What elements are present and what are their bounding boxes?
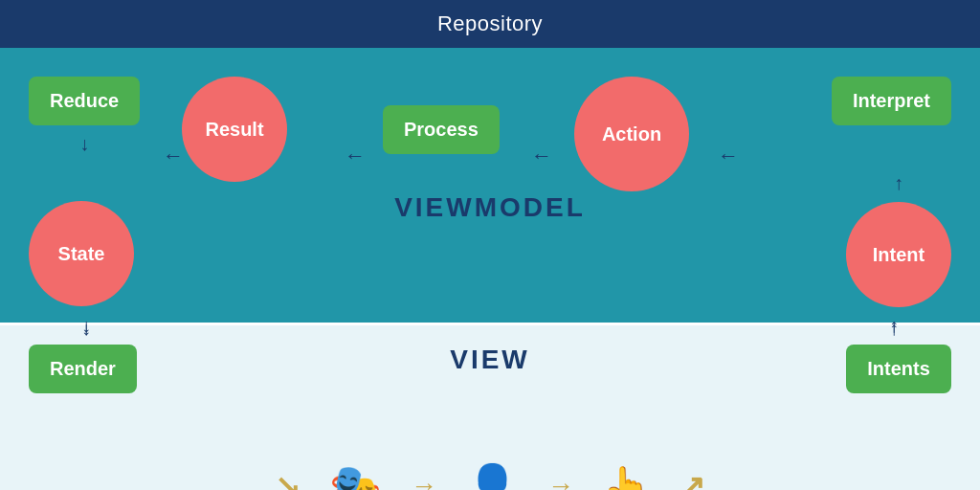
intent-col: ↑ Intent <box>846 172 951 307</box>
right-arrow-2: → <box>547 471 574 490</box>
action-col: Action <box>574 77 689 191</box>
state-circle: State <box>29 201 134 306</box>
view-label: VIEW <box>450 345 530 375</box>
view-section: ↓ ↑ VIEW Render Intents ↘ 🎭 → 👤 → 👆 ↗ <box>0 325 980 490</box>
state-col: State <box>29 201 134 306</box>
result-col: Result <box>182 77 287 182</box>
render-box: Render <box>29 345 137 393</box>
arrow-action-interpret: ← <box>718 144 739 168</box>
intent-up-arrow: ↑ <box>894 172 903 194</box>
reduce-col: Reduce ↓ <box>29 77 140 155</box>
repository-label: Repository <box>437 11 543 35</box>
up-from-view-arrow: ↑ <box>889 318 899 340</box>
hand-icon: 👆 <box>603 464 651 491</box>
intent-circle: Intent <box>846 202 951 307</box>
render-green-box: Render <box>29 345 137 393</box>
view-icons-row: ↘ 🎭 → 👤 → 👆 ↗ <box>0 461 980 490</box>
reduce-down-arrow: ↓ <box>79 133 89 155</box>
process-box: Process <box>383 105 500 154</box>
process-col: Process <box>383 105 500 154</box>
interpret-box: Interpret <box>832 77 951 125</box>
diagonal-down-right-arrow: ↘ <box>275 468 301 490</box>
arrow-result-process: ← <box>345 144 366 168</box>
arrow-process-action: ← <box>531 144 552 168</box>
viewmodel-label: VIEWMODEL <box>394 191 586 222</box>
interpret-col: Interpret <box>832 77 951 125</box>
viewmodel-section: ↓ ↑ Reduce ↓ Result Process Action Inter… <box>0 48 980 325</box>
intents-box: Intents <box>846 345 951 393</box>
result-circle: Result <box>182 77 287 182</box>
top-bar: Repository <box>0 0 980 48</box>
down-to-view-arrow: ↓ <box>81 318 91 340</box>
intents-green-box: Intents <box>846 345 951 393</box>
diagonal-up-right-arrow: ↗ <box>679 468 705 490</box>
person-icon: 👤 <box>466 461 519 490</box>
action-circle: Action <box>574 77 689 191</box>
arrow-reduce-result: ← <box>163 144 184 168</box>
mask-icon: 🎭 <box>329 461 382 490</box>
reduce-box: Reduce <box>29 77 140 125</box>
right-arrow-1: → <box>411 471 437 490</box>
